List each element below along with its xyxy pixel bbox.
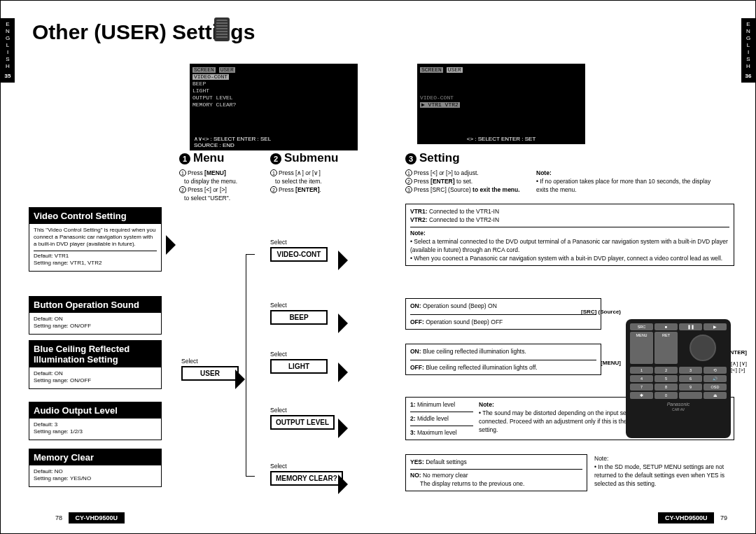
osd1-caption: ∧∨<> : SELECT ENTER : SEL SOURCE : END xyxy=(190,134,358,150)
section-num-right: 36 xyxy=(741,73,755,80)
footer-left: 78 CY-VHD9500U xyxy=(55,512,129,524)
step1-body: 1Press [MENU] to display the menu. 2Pres… xyxy=(179,169,263,202)
expl-memory-clear-note: Note: • In the SD mode, SETUP MENU setti… xyxy=(594,454,734,488)
lang-label: E N G L I S H xyxy=(741,21,755,70)
remote-label-src: [SRC] (Source) xyxy=(581,309,621,315)
box-blue-ceiling: Blue Ceiling ReflectedIllumination Setti… xyxy=(29,340,162,389)
arrow-icon xyxy=(338,314,348,333)
step2-body: 1Press [∧] or [∨] to select the item. 2P… xyxy=(270,169,368,194)
select-output: SelectOUTPUT LEVEL xyxy=(270,407,335,430)
osd-menu-screenshot: SCREEN USER VIDEO-CONT BEEP LIGHT OUTPUT… xyxy=(190,64,358,134)
remote-icon xyxy=(214,17,230,41)
footer-right: CY-VHD9500U 79 xyxy=(654,512,727,524)
bracket-line xyxy=(246,254,246,477)
remote-label-menu: [MENU] xyxy=(601,360,621,366)
expl-memory-clear: YES: Default settings NO: No memory clea… xyxy=(405,454,587,491)
step-3-setting: 3Setting xyxy=(405,151,460,165)
side-tab-left: E N G L I S H 35 xyxy=(1,18,15,83)
section-num-left: 35 xyxy=(1,73,15,80)
box-audio-output: Audio Output Level Default: 3Setting ran… xyxy=(29,402,162,440)
box-memory-clear: Memory Clear Default: NOSetting range: Y… xyxy=(29,449,162,487)
arrow-icon xyxy=(338,475,348,494)
lang-label: E N G L I S H xyxy=(1,21,15,70)
osd-setting-screenshot: SCREEN USER VIDEO-CONT ▶ VTR1 VTR2 xyxy=(417,64,585,134)
select-light: SelectLIGHT xyxy=(270,351,328,374)
arrow-icon xyxy=(166,235,176,255)
expl-beep: ON: Operation sound (Beep) ON OFF: Opera… xyxy=(405,298,601,330)
arrow-icon xyxy=(338,251,348,270)
select-beep: SelectBEEP xyxy=(270,302,328,325)
manual-spread: E N G L I S H 35 E N G L I S H 36 Other … xyxy=(0,0,756,534)
side-tab-right: E N G L I S H 36 xyxy=(741,18,755,83)
box-button-sound: Button Operation Sound Default: ONSettin… xyxy=(29,296,162,335)
select-memory-clear: SelectMEMORY CLEAR? xyxy=(270,463,343,486)
remote-label-arrows: [∧] [∨] [<] [>] xyxy=(731,360,747,373)
select-video-cont: SelectVIDEO-CONT xyxy=(270,239,328,262)
box-video-control: Video Control Setting This "Video Contro… xyxy=(29,207,162,272)
arrow-icon xyxy=(338,419,348,438)
step-2-submenu: 2Submenu xyxy=(270,151,338,165)
expl-video: VTR1: Connected to the VTR1-IN VTR2: Con… xyxy=(405,204,734,266)
step3-body: 1Press [<] or [>] to adjust. 2Press [ENT… xyxy=(405,169,524,194)
arrow-icon xyxy=(338,363,348,382)
note-timeout: Note: • If no operation takes place for … xyxy=(536,169,718,194)
step-1-menu: 1Menu xyxy=(179,151,224,165)
osd2-caption: <> : SELECT ENTER : SET xyxy=(417,134,585,144)
remote-illustration: SRC ■ ❚❚ ▶ MENU RET 123⟲ 456🔊 789OSD ✱0⏏… xyxy=(626,319,731,438)
select-user: Select USER xyxy=(181,358,239,381)
arrow-icon xyxy=(235,370,245,389)
expl-light: ON: Blue ceiling reflected illumination … xyxy=(405,344,601,375)
dpad-icon xyxy=(690,335,716,361)
